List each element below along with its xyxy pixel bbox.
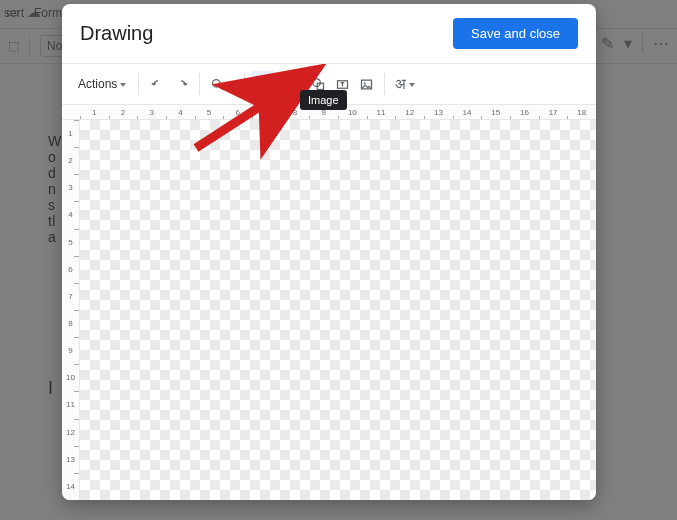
select-tool[interactable] [251, 71, 275, 97]
redo-button[interactable] [169, 71, 193, 97]
image-tooltip: Image [300, 90, 347, 110]
modal-title: Drawing [80, 22, 153, 45]
save-and-close-button[interactable]: Save and close [453, 18, 578, 49]
svg-line-2 [282, 80, 290, 88]
svg-line-1 [220, 86, 223, 89]
zoom-button[interactable] [206, 71, 238, 97]
svg-point-9 [364, 82, 366, 84]
svg-point-0 [213, 79, 221, 87]
actions-menu[interactable]: Actions [72, 71, 132, 97]
vertical-ruler: 1234567891011121314 [62, 120, 80, 500]
drawing-modal: Drawing Save and close Actions [62, 4, 596, 500]
image-tool[interactable] [354, 71, 378, 97]
text-style-menu[interactable]: अ [391, 71, 419, 97]
drawing-canvas[interactable] [80, 120, 596, 500]
undo-button[interactable] [145, 71, 169, 97]
devanagari-glyph-icon: अ [395, 76, 406, 93]
